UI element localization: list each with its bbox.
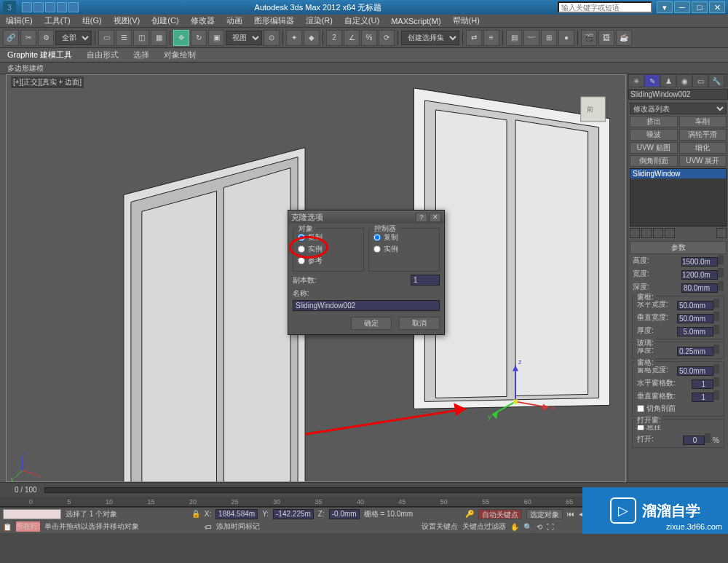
add-time-tag[interactable]: 添加时间标记 (216, 521, 260, 532)
btn-uvwunwrap[interactable]: UVW 展开 (679, 155, 727, 167)
inp-open[interactable] (683, 436, 705, 445)
menu-tools[interactable]: 工具(T) (39, 15, 76, 26)
spin-open[interactable] (705, 433, 711, 443)
qa-save-icon[interactable] (45, 2, 55, 12)
btn-extrude[interactable]: 挤出 (630, 116, 678, 127)
goto-line-button[interactable]: 所在行: (16, 521, 40, 532)
modifier-list[interactable]: 修改器列表 (630, 103, 727, 114)
lock-icon[interactable]: 🔒 (191, 510, 200, 518)
coord-z[interactable]: -0.0mm (329, 509, 360, 519)
script-listener-icon[interactable]: 📋 (3, 523, 12, 531)
spin-vw[interactable] (713, 312, 719, 321)
radio-ctrl-instance[interactable] (373, 245, 381, 253)
btn-tessellate[interactable]: 细化 (679, 142, 727, 154)
tab-utility-icon[interactable]: 🔧 (708, 74, 724, 87)
qa-new-icon[interactable] (22, 2, 32, 12)
keymode-icon[interactable]: ◆ (304, 30, 320, 46)
btn-bevelprof[interactable]: 倒角剖面 (630, 155, 678, 167)
link-icon[interactable]: 🔗 (3, 30, 19, 46)
btn-noise[interactable]: 噪波 (630, 129, 678, 141)
inp-pvc[interactable] (692, 393, 713, 402)
qa-undo-icon[interactable] (57, 2, 67, 12)
menu-edit[interactable]: 编辑(E) (0, 15, 39, 26)
menu-view[interactable]: 视图(V) (108, 15, 146, 26)
spin-gt[interactable] (713, 345, 719, 354)
tab-modify-icon[interactable]: ✎ (644, 74, 660, 87)
coord-x[interactable]: 1884.584m (215, 509, 258, 519)
move-icon[interactable]: ✥ (173, 30, 189, 46)
autokey-button[interactable]: 自动关键点 (478, 509, 522, 519)
menu-grapheditor[interactable]: 图形编辑器 (248, 15, 300, 26)
spin-hw[interactable] (713, 299, 719, 308)
selection-filter[interactable]: 全部 (55, 31, 92, 45)
inp-thick[interactable] (677, 327, 713, 336)
radio-reference[interactable] (298, 257, 305, 264)
select-icon[interactable]: ▭ (98, 30, 114, 46)
nav-orbit-icon[interactable]: ⟲ (537, 523, 542, 531)
nav-zoom-icon[interactable]: 🔍 (523, 523, 532, 531)
keyfilter-button[interactable]: 关键点过滤器 (462, 521, 506, 532)
spin-pvc[interactable] (713, 390, 719, 400)
snap-angle-icon[interactable]: ∠ (344, 30, 360, 46)
spin-width[interactable] (718, 268, 724, 277)
trackbar-key[interactable] (3, 509, 61, 519)
info-icon[interactable]: ▾ (657, 1, 673, 13)
dialog-close-icon[interactable]: ✕ (430, 213, 441, 222)
btn-turbo[interactable]: 涡轮平滑 (679, 129, 727, 141)
radio-ctrl-copy[interactable] (373, 234, 381, 241)
menu-group[interactable]: 组(G) (76, 15, 108, 26)
snap-2d-icon[interactable]: 2 (326, 30, 342, 46)
tab-hierarchy-icon[interactable]: ♟ (660, 74, 676, 87)
minimize-button[interactable]: ─ (674, 1, 690, 13)
material-icon[interactable]: ● (558, 30, 574, 46)
menu-help[interactable]: 帮助(H) (447, 15, 486, 26)
inp-depth[interactable] (681, 283, 718, 293)
stack-item[interactable]: SlidingWindow (630, 169, 726, 178)
mirror-icon[interactable]: ⇄ (466, 30, 482, 46)
play-start-icon[interactable]: ⏮ (567, 510, 574, 518)
tab-objpaint[interactable]: 对象绘制 (164, 50, 196, 60)
render-setup-icon[interactable]: 🎬 (581, 30, 597, 46)
spin-depth[interactable] (718, 281, 724, 291)
rollup-params[interactable]: 参数 (630, 241, 727, 254)
stack-unique-icon[interactable] (653, 228, 663, 238)
spin-height[interactable] (718, 255, 724, 264)
scale-icon[interactable]: ▣ (208, 30, 224, 46)
modifier-stack[interactable]: SlidingWindow (630, 168, 727, 227)
close-button[interactable]: ✕ (709, 1, 725, 13)
chk-chamfer[interactable] (637, 405, 644, 412)
layer-icon[interactable]: ▤ (506, 30, 522, 46)
qa-open-icon[interactable] (33, 2, 44, 12)
spin-phc[interactable] (713, 377, 719, 387)
unlink-icon[interactable]: ✂ (20, 30, 36, 46)
nav-max-icon[interactable]: ⛶ (547, 523, 554, 531)
dialog-help-icon[interactable]: ? (416, 213, 427, 222)
radio-instance[interactable] (298, 245, 305, 253)
stack-pin-icon[interactable] (630, 228, 640, 238)
spin-th[interactable] (713, 325, 719, 334)
stack-config-icon[interactable] (716, 228, 727, 238)
inp-height[interactable] (681, 257, 718, 267)
menu-render[interactable]: 渲染(R) (300, 15, 339, 26)
stack-show-icon[interactable] (641, 228, 652, 238)
center-icon[interactable]: ⊙ (264, 30, 280, 46)
inp-vwidth[interactable] (677, 314, 713, 323)
btn-uvwmap[interactable]: UVW 贴图 (630, 142, 678, 154)
rotate-icon[interactable]: ↻ (191, 30, 207, 46)
inp-phc[interactable] (692, 379, 713, 389)
menu-create[interactable]: 创建(C) (146, 15, 184, 26)
select-name-icon[interactable]: ☰ (116, 30, 132, 46)
tab-display-icon[interactable]: ▭ (692, 74, 708, 87)
keymode-toggle-icon[interactable]: 🔑 (465, 510, 474, 518)
menu-maxscript[interactable]: MAXScript(M) (385, 17, 446, 25)
ref-coord-sys[interactable]: 视图 (226, 31, 262, 45)
menu-anim[interactable]: 动画 (221, 15, 248, 26)
coord-y[interactable]: -142.225m (273, 509, 314, 519)
snap-percent-icon[interactable]: % (361, 30, 377, 46)
ok-button[interactable]: 确定 (351, 317, 392, 330)
help-search-input[interactable] (558, 1, 652, 13)
align-icon[interactable]: ≡ (483, 30, 499, 46)
bind-icon[interactable]: ⚙ (38, 30, 54, 46)
inp-gthick[interactable] (677, 347, 713, 356)
window-crossing-icon[interactable]: ▦ (151, 30, 167, 46)
